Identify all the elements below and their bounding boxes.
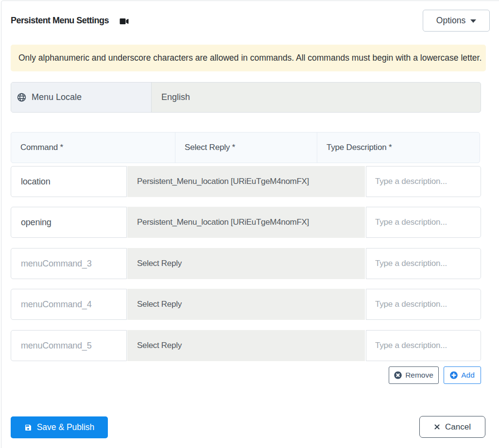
column-header-command: Command * — [11, 132, 175, 163]
menu-locale-prepend: Menu Locale — [11, 83, 152, 112]
circle-plus-icon — [450, 371, 458, 379]
options-button[interactable]: Options — [423, 10, 490, 32]
select-reply-field[interactable]: Persistent_Menu_location [URiEuTgeM4nomF… — [127, 207, 365, 238]
command-input[interactable] — [11, 248, 127, 279]
description-input[interactable] — [366, 330, 481, 361]
select-reply-field[interactable]: Select Reply — [127, 330, 365, 361]
circle-x-icon — [394, 371, 402, 379]
table-header-row: Command * Select Reply * Type Descriptio… — [11, 132, 480, 163]
floppy-disk-icon — [24, 424, 32, 431]
column-header-type-description: Type Description * — [317, 132, 480, 163]
menu-locale-value: English — [152, 83, 481, 112]
table-row: Persistent_Menu_location [URiEuTgeM4nomF… — [11, 207, 481, 238]
command-input[interactable] — [11, 289, 127, 320]
description-input[interactable] — [366, 248, 481, 279]
command-input[interactable] — [11, 207, 127, 238]
select-reply-field[interactable]: Select Reply — [127, 289, 365, 320]
column-header-select-reply: Select Reply * — [175, 132, 317, 163]
cancel-button[interactable]: Cancel — [419, 416, 485, 438]
command-input[interactable] — [11, 166, 127, 197]
select-reply-field[interactable]: Select Reply — [127, 248, 365, 279]
page-title: Persistent Menu Settings — [11, 15, 109, 26]
save-publish-button[interactable]: Save & Publish — [11, 416, 108, 438]
cancel-button-label: Cancel — [445, 422, 471, 432]
table-row: Select Reply — [11, 330, 481, 361]
menu-locale-label: Menu Locale — [32, 92, 82, 102]
save-publish-button-label: Save & Publish — [37, 422, 95, 432]
options-button-label: Options — [436, 16, 465, 26]
warning-alert: Only alphanumeric and underscore charact… — [11, 45, 486, 71]
add-button[interactable]: Add — [444, 366, 481, 384]
remove-button-label: Remove — [405, 371, 433, 380]
command-input[interactable] — [11, 330, 127, 361]
table-row: Persistent_Menu_location [URiEuTgeM4nomF… — [11, 166, 481, 197]
add-button-label: Add — [461, 371, 475, 380]
remove-button[interactable]: Remove — [389, 366, 439, 384]
select-reply-field[interactable]: Persistent_Menu_location [URiEuTgeM4nomF… — [127, 166, 365, 197]
description-input[interactable] — [366, 166, 481, 197]
menu-locale-group: Menu Locale English — [11, 82, 481, 113]
video-camera-icon — [119, 17, 130, 25]
table-row: Select Reply — [11, 248, 481, 279]
chevron-down-caret — [470, 19, 476, 23]
description-input[interactable] — [366, 289, 481, 320]
warning-alert-text: Only alphanumeric and underscore charact… — [18, 53, 482, 63]
row-actions: Remove Add — [0, 366, 481, 384]
description-input[interactable] — [366, 207, 481, 238]
globe-icon — [17, 93, 26, 102]
x-icon — [434, 424, 440, 430]
table-row: Select Reply — [11, 289, 481, 320]
